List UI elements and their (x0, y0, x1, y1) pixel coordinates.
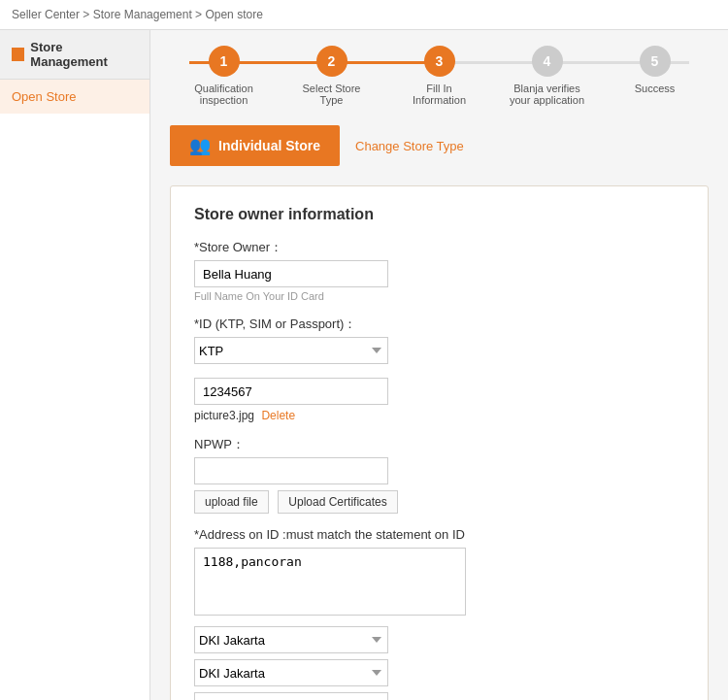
people-icon: 👥 (189, 135, 211, 156)
form-section-title: Store owner information (194, 206, 684, 223)
form-card: Store owner information *Store Owner： Fu… (170, 185, 709, 700)
step-3-label: Fill In Information (401, 83, 479, 106)
address-dropdowns: DKI Jakarta DKI Jakarta Jakarta (194, 626, 684, 700)
sidebar-header: Store Management (0, 30, 149, 80)
address-textarea[interactable]: 1188,pancoran (194, 548, 466, 616)
step-4: 4 Blanja verifies your application (493, 46, 601, 106)
step-3: 3 Fill In Information (385, 46, 493, 106)
step-1: 1 Qualification inspection (170, 46, 278, 106)
individual-store-button[interactable]: 👥 Individual Store (170, 125, 340, 166)
store-owner-hint: Full Name On Your ID Card (194, 290, 684, 302)
progress-steps: 1 Qualification inspection 2 Select Stor… (170, 46, 709, 106)
step-2-label: Select Store Type (293, 83, 371, 106)
id-type-label: *ID (KTP, SIM or Passport)： (194, 316, 684, 333)
npwp-group: NPWP： upload file Upload Certificates (194, 436, 684, 514)
sidebar-title: Store Management (30, 40, 138, 69)
store-type-bar: 👥 Individual Store Change Store Type (170, 125, 709, 166)
sidebar: Store Management Open Store (0, 30, 150, 700)
province-select[interactable]: DKI Jakarta (194, 626, 388, 653)
store-owner-input[interactable] (194, 260, 388, 287)
step-1-label: Qualification inspection (185, 83, 263, 106)
store-owner-group: *Store Owner： Full Name On Your ID Card (194, 239, 684, 302)
id-number-input[interactable] (194, 378, 388, 405)
npwp-input[interactable] (194, 457, 388, 484)
id-type-group: *ID (KTP, SIM or Passport)： KTP SIM Pass… (194, 316, 684, 364)
main-content: 1 Qualification inspection 2 Select Stor… (150, 30, 728, 700)
step-5-label: Success (635, 83, 676, 94)
sidebar-icon (12, 48, 24, 61)
npwp-label: NPWP： (194, 436, 684, 453)
breadcrumb: Seller Center > Store Management > Open … (0, 0, 728, 30)
sidebar-item-open-store[interactable]: Open Store (0, 80, 149, 114)
change-store-type-link[interactable]: Change Store Type (355, 139, 464, 153)
district-select[interactable]: Jakarta (194, 692, 388, 700)
city-select[interactable]: DKI Jakarta (194, 659, 388, 686)
id-number-group: picture3.jpg Delete (194, 378, 684, 422)
step-2-circle: 2 (316, 46, 347, 77)
store-owner-label: *Store Owner： (194, 239, 684, 256)
upload-file-button[interactable]: upload file (194, 490, 269, 514)
address-group: *Address on ID :must match the statement… (194, 527, 684, 700)
step-4-circle: 4 (532, 46, 563, 77)
id-type-select[interactable]: KTP SIM Passport (194, 337, 388, 364)
step-2: 2 Select Store Type (278, 46, 385, 106)
address-label: *Address on ID :must match the statement… (194, 527, 684, 542)
step-1-circle: 1 (209, 46, 240, 77)
id-file-delete[interactable]: Delete (261, 409, 295, 422)
step-3-circle: 3 (424, 46, 455, 77)
upload-cert-button[interactable]: Upload Certificates (278, 490, 397, 514)
step-5: 5 Success (601, 46, 709, 94)
step-5-circle: 5 (640, 46, 671, 77)
step-4-label: Blanja verifies your application (509, 83, 586, 106)
id-file-info: picture3.jpg Delete (194, 409, 684, 422)
